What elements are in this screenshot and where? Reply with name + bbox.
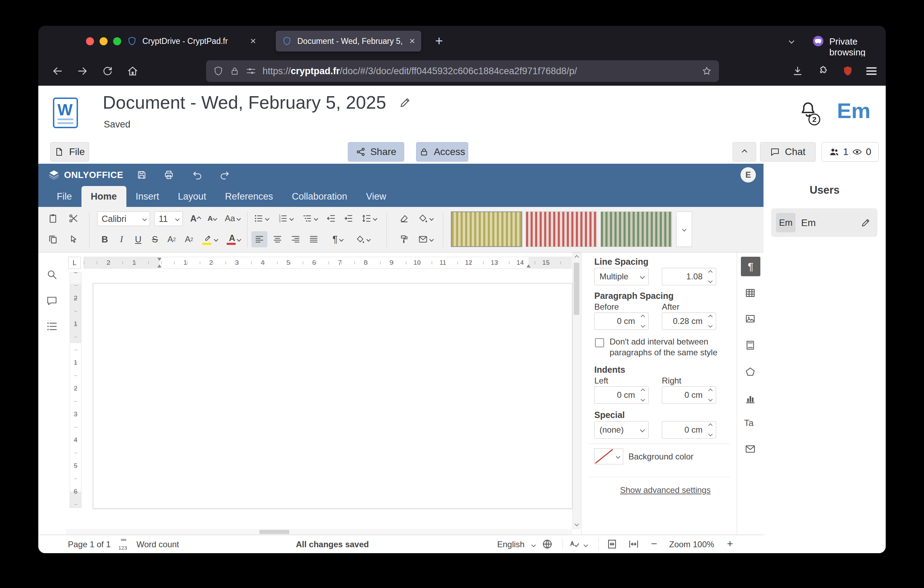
line-spacing-select[interactable]: Multiple	[594, 268, 648, 285]
spell-check-icon[interactable]	[569, 538, 580, 550]
menu-tab-references[interactable]: References	[216, 186, 282, 207]
align-center-button[interactable]	[269, 231, 285, 247]
align-justify-button[interactable]	[306, 231, 322, 247]
mail-merge-settings-tab[interactable]	[745, 443, 756, 454]
vertical-ruler[interactable]: 21123456	[69, 272, 81, 508]
spinner[interactable]	[706, 315, 714, 328]
bullets-list-button[interactable]	[250, 210, 272, 226]
background-color-dropdown[interactable]	[614, 448, 623, 464]
horizontal-ruler[interactable]: 21123456789101112131415	[84, 257, 572, 269]
image-settings-tab[interactable]	[745, 313, 756, 324]
multilevel-list-button[interactable]	[299, 210, 321, 226]
zoom-in-button[interactable]: +	[727, 538, 733, 550]
horizontal-scrollbar[interactable]	[66, 529, 573, 535]
change-case-button[interactable]: Aa	[221, 210, 244, 226]
spinner[interactable]	[706, 423, 714, 436]
back-button[interactable]	[47, 61, 68, 81]
decrease-font-button[interactable]: A	[204, 210, 220, 226]
menu-hamburger-button[interactable]	[861, 61, 881, 81]
tab-document[interactable]: Document - Wed, February 5, 2025 ×	[276, 31, 421, 51]
scrollbar-thumb[interactable]	[259, 530, 289, 534]
home-button[interactable]	[122, 61, 143, 81]
undo-button[interactable]	[190, 168, 205, 182]
select-all-button[interactable]	[66, 231, 81, 247]
new-tab-button[interactable]: +	[435, 33, 443, 48]
align-right-button[interactable]	[287, 231, 304, 247]
copy-button[interactable]	[45, 231, 61, 247]
advanced-settings-link[interactable]: Show advanced settings	[620, 485, 711, 495]
style-preview-3[interactable]	[601, 211, 672, 247]
user-avatar[interactable]: Em	[837, 98, 870, 123]
tab-close-icon[interactable]: ×	[250, 36, 256, 46]
language-selector[interactable]: English	[497, 540, 525, 549]
font-color-button[interactable]: A	[223, 231, 246, 247]
spacing-before-input[interactable]: 0 cm	[594, 312, 648, 330]
fit-width-icon[interactable]	[628, 538, 639, 550]
spinner[interactable]	[639, 388, 647, 401]
permissions-sliders-icon[interactable]	[246, 66, 256, 76]
menu-tab-insert[interactable]: Insert	[126, 186, 169, 207]
ublock-extension-icon[interactable]	[838, 61, 858, 81]
user-list-item[interactable]: Em Em	[771, 208, 877, 237]
header-footer-settings-tab[interactable]	[745, 340, 756, 351]
comments-icon[interactable]	[46, 295, 58, 307]
special-select[interactable]: (none)	[594, 421, 648, 439]
special-input[interactable]: 0 cm	[662, 421, 716, 439]
menu-tab-home[interactable]: Home	[81, 186, 126, 207]
zoom-out-button[interactable]: −	[651, 538, 657, 550]
save-button[interactable]	[134, 168, 149, 182]
interval-checkbox-label[interactable]: Don't add interval between paragraphs of…	[610, 336, 727, 358]
tracking-shield-icon[interactable]	[213, 66, 223, 76]
numbered-list-button[interactable]	[274, 210, 297, 226]
chart-settings-tab[interactable]	[745, 393, 756, 405]
forward-button[interactable]	[73, 61, 92, 81]
lock-icon[interactable]	[230, 66, 239, 76]
downloads-button[interactable]	[787, 61, 808, 81]
highlight-color-button[interactable]	[199, 231, 221, 247]
edit-user-pencil-icon[interactable]	[861, 217, 871, 228]
decrease-indent-button[interactable]	[323, 210, 339, 226]
mail-merge-button[interactable]	[414, 231, 437, 247]
textart-settings-tab[interactable]: Ta	[744, 418, 753, 428]
print-button[interactable]	[162, 168, 176, 182]
first-line-indent-marker[interactable]	[157, 258, 162, 261]
spinner[interactable]	[706, 270, 714, 283]
presence-counts[interactable]: 1 0	[822, 142, 879, 162]
bookmark-star-icon[interactable]	[701, 66, 712, 76]
set-language-globe-icon[interactable]	[542, 538, 553, 550]
cut-button[interactable]	[66, 210, 81, 226]
underline-button[interactable]: U	[130, 231, 146, 247]
paste-button[interactable]	[45, 210, 61, 226]
menu-tab-collaboration[interactable]: Collaboration	[282, 186, 356, 207]
style-preview-1[interactable]	[451, 211, 522, 247]
paragraph-shading-button[interactable]	[351, 231, 374, 247]
spinner[interactable]	[706, 388, 714, 401]
tab-stop-selector[interactable]: L	[68, 257, 81, 269]
increase-font-button[interactable]: A	[187, 210, 203, 226]
collapse-toolbar-button[interactable]	[733, 142, 756, 162]
paragraph-settings-tab[interactable]: ¶	[741, 257, 761, 276]
window-close-button[interactable]	[86, 37, 94, 45]
spinner[interactable]	[639, 315, 647, 328]
language-chevron-icon[interactable]	[531, 543, 536, 547]
document-title[interactable]: Document - Wed, February 5, 2025	[103, 92, 411, 113]
font-family-select[interactable]: Calibri	[97, 211, 150, 226]
vertical-scrollbar[interactable]	[573, 253, 581, 529]
font-size-select[interactable]: 11	[154, 211, 183, 226]
increase-indent-button[interactable]	[340, 210, 356, 226]
menu-tab-view[interactable]: View	[356, 186, 396, 207]
table-settings-tab[interactable]	[745, 287, 756, 299]
extensions-button[interactable]	[813, 61, 833, 81]
fit-page-icon[interactable]	[607, 538, 618, 550]
interval-checkbox[interactable]	[595, 338, 604, 347]
tab-cryptdrive[interactable]: CryptDrive - CryptPad.fr ×	[121, 31, 262, 51]
word-count-button[interactable]: Word count	[137, 540, 179, 549]
indent-right-input[interactable]: 0 cm	[662, 386, 716, 404]
style-preview-2[interactable]	[526, 211, 597, 247]
spell-check-chevron-icon[interactable]	[584, 543, 588, 547]
strikethrough-button[interactable]: S	[147, 231, 163, 247]
access-button[interactable]: Access	[416, 142, 468, 162]
styles-gallery-expand-button[interactable]	[676, 211, 692, 247]
file-menu-button[interactable]: File	[50, 142, 89, 162]
shading-button[interactable]	[414, 210, 437, 226]
